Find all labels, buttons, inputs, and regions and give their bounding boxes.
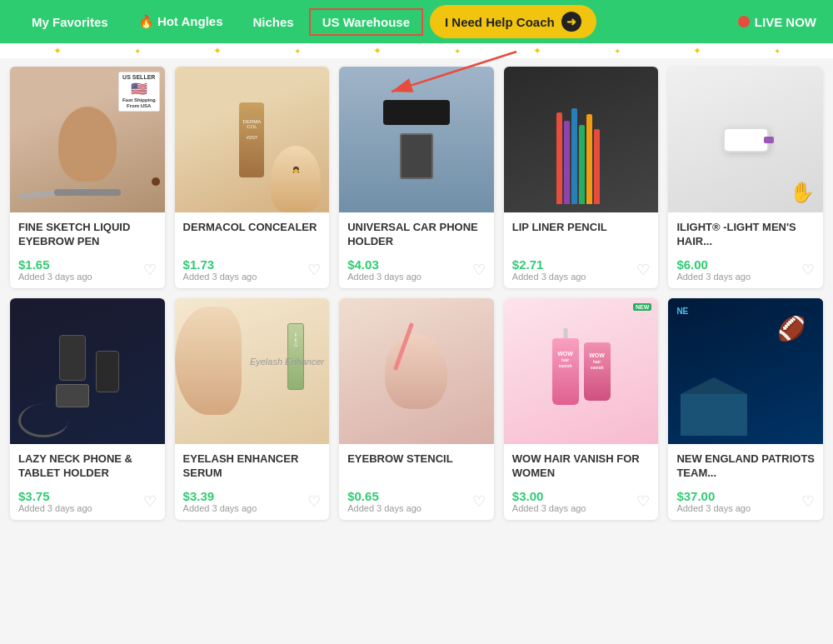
product-price-car-phone-holder: $4.03 [347, 257, 421, 272]
product-card-dermacol[interactable]: DERMACOL#207 👧 DERMACOL CONCEALER $1.73 … [175, 67, 330, 288]
product-image-dermacol: DERMACOL#207 👧 [175, 67, 330, 212]
product-card-fine-sketch[interactable]: US SELLER 🇺🇸 Fast ShippingFrom USA FINE … [10, 67, 165, 288]
product-card-eyebrow-stencil[interactable]: EYEBROW STENCIL $0.65 Added 3 days ago ♡ [339, 298, 494, 520]
heart-icon-ilight[interactable]: ♡ [801, 261, 815, 279]
product-name-ilight: ILIGHT® -LIGHT MEN'S HAIR... [676, 221, 815, 251]
heart-icon-wow-hair[interactable]: ♡ [636, 492, 650, 511]
product-image-wow-hair: WOWhairvanish WOWhairvanish NEW [504, 298, 659, 444]
product-card-lazy-neck[interactable]: LAZY NECK PHONE & TABLET HOLDER $3.75 Ad… [10, 298, 165, 520]
product-name-patriots: NEW ENGLAND PATRIOTS TEAM... [676, 452, 815, 482]
product-price-patriots: $37.00 [676, 489, 751, 503]
heart-icon-lazy-neck[interactable]: ♡ [143, 492, 157, 511]
product-card-ilight[interactable]: ✋ ILIGHT® -LIGHT MEN'S HAIR... $6.00 Add… [668, 67, 823, 288]
product-price-ilight: $6.00 [676, 257, 751, 272]
product-name-dermacol: DERMACOL CONCEALER [183, 221, 322, 251]
nav-my-favorites[interactable]: My Favorites [17, 15, 123, 29]
heart-icon-eyelash[interactable]: ♡ [307, 492, 321, 511]
product-image-lazy-neck [10, 298, 165, 444]
heart-icon-fine-sketch[interactable]: ♡ [143, 261, 157, 279]
product-name-eyelash: EYELASH ENHANCER SERUM [183, 452, 322, 482]
product-image-eyelash: FEG Eyelash Enhancer [175, 298, 330, 444]
us-seller-badge: US SELLER 🇺🇸 Fast ShippingFrom USA [118, 72, 160, 112]
product-added-ilight: Added 3 days ago [676, 272, 751, 282]
product-added-lip-liner: Added 3 days ago [512, 272, 586, 282]
coach-arrow-icon: ➜ [561, 12, 581, 32]
product-image-eyebrow-stencil [339, 298, 494, 444]
product-card-patriots[interactable]: 🏈 NE NEW ENGLAND PATRIOTS TEAM... $37.00… [668, 298, 823, 520]
nav-us-warehouse[interactable]: US Warehouse [309, 8, 423, 36]
live-badge: LIVE NOW [738, 15, 816, 29]
nav-hot-angles[interactable]: 🔥 Hot Angles [123, 14, 238, 29]
product-price-eyebrow-stencil: $0.65 [347, 489, 421, 503]
product-image-lip-liner [504, 67, 659, 212]
product-name-eyebrow-stencil: EYEBROW STENCIL [347, 452, 486, 482]
product-added-patriots: Added 3 days ago [676, 503, 751, 513]
product-price-lip-liner: $2.71 [512, 257, 586, 272]
nav-niches[interactable]: Niches [238, 15, 309, 29]
nav-help-coach[interactable]: I Need Help Coach ➜ [430, 5, 596, 38]
product-price-fine-sketch: $1.65 [18, 257, 92, 272]
product-name-car-phone-holder: UNIVERSAL CAR PHONE HOLDER [347, 221, 486, 251]
coach-label: I Need Help Coach [445, 15, 555, 29]
product-image-car-phone-holder [339, 67, 494, 212]
product-price-eyelash: $3.39 [183, 489, 257, 503]
product-name-lazy-neck: LAZY NECK PHONE & TABLET HOLDER [18, 452, 157, 482]
product-added-car-phone-holder: Added 3 days ago [347, 272, 421, 282]
product-name-lip-liner: LIP LINER PENCIL [512, 221, 651, 251]
product-card-car-phone-holder[interactable]: UNIVERSAL CAR PHONE HOLDER $4.03 Added 3… [339, 67, 494, 288]
product-image-patriots: 🏈 NE [668, 298, 823, 444]
live-dot-icon [738, 16, 750, 27]
product-added-dermacol: Added 3 days ago [183, 272, 257, 282]
product-price-lazy-neck: $3.75 [18, 489, 92, 503]
product-name-fine-sketch: FINE SKETCH LIQUID EYEBROW PEN [18, 221, 157, 251]
heart-icon-patriots[interactable]: ♡ [801, 492, 815, 511]
product-added-lazy-neck: Added 3 days ago [18, 503, 92, 513]
product-card-lip-liner[interactable]: LIP LINER PENCIL $2.71 Added 3 days ago … [504, 67, 659, 288]
heart-icon-car-phone-holder[interactable]: ♡ [472, 261, 486, 279]
live-text: LIVE NOW [755, 15, 816, 29]
product-price-dermacol: $1.73 [183, 257, 257, 272]
product-name-wow-hair: WOW HAIR VANISH FOR WOMEN [512, 452, 651, 482]
product-image-fine-sketch: US SELLER 🇺🇸 Fast ShippingFrom USA [10, 67, 165, 212]
heart-icon-eyebrow-stencil[interactable]: ♡ [472, 492, 486, 511]
product-image-ilight: ✋ [668, 67, 823, 212]
eyelash-overlay-text: Eyelash Enhancer [250, 357, 324, 367]
product-added-fine-sketch: Added 3 days ago [18, 272, 92, 282]
navigation: My Favorites 🔥 Hot Angles Niches US Ware… [0, 0, 833, 43]
product-added-eyebrow-stencil: Added 3 days ago [347, 503, 421, 513]
product-card-wow-hair[interactable]: WOWhairvanish WOWhairvanish NEW WOW HAIR… [504, 298, 659, 520]
product-price-wow-hair: $3.00 [512, 489, 586, 503]
heart-icon-lip-liner[interactable]: ♡ [636, 261, 650, 279]
product-grid: US SELLER 🇺🇸 Fast ShippingFrom USA FINE … [0, 58, 833, 528]
product-card-eyelash[interactable]: FEG Eyelash Enhancer EYELASH ENHANCER SE… [175, 298, 330, 520]
heart-icon-dermacol[interactable]: ♡ [307, 261, 321, 279]
product-added-wow-hair: Added 3 days ago [512, 503, 586, 513]
product-added-eyelash: Added 3 days ago [183, 503, 257, 513]
